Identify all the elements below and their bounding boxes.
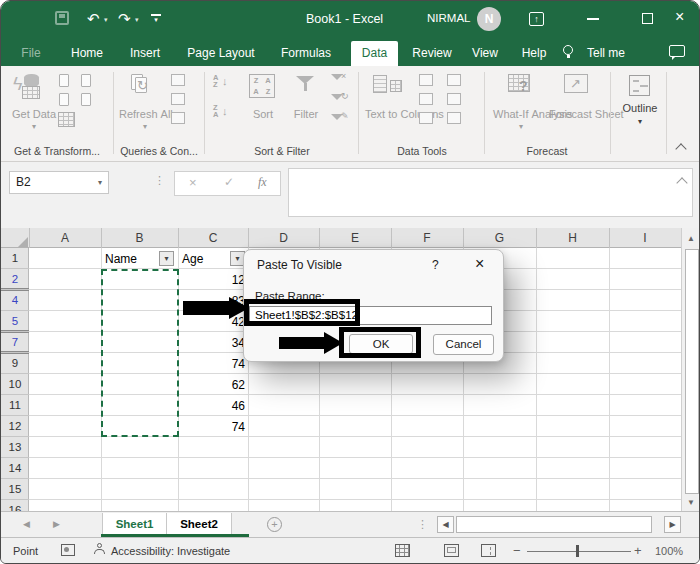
normal-view-icon[interactable] — [395, 544, 410, 557]
zoom-out-icon[interactable]: − — [513, 543, 521, 558]
col-header-a[interactable]: A — [29, 228, 101, 248]
name-filter-button[interactable]: ▾ — [159, 251, 174, 266]
scroll-down-icon[interactable]: ▼ — [682, 494, 700, 511]
row-header-7[interactable]: 7 — [1, 332, 29, 353]
group-data-tools[interactable]: Data Tools — [361, 145, 483, 157]
remove-duplicates-icon[interactable] — [419, 93, 433, 105]
relationships-icon[interactable] — [447, 93, 461, 105]
insert-function-icon[interactable]: fx — [258, 175, 267, 190]
text-to-columns-button[interactable]: Text to Columns — [367, 72, 413, 140]
zoom-slider-handle[interactable] — [576, 545, 579, 557]
what-if-analysis-button[interactable]: ? What-If Analysis ▾ — [495, 72, 547, 140]
cell-c9[interactable]: 74 — [178, 357, 245, 371]
save-icon[interactable] — [55, 11, 69, 25]
zoom-level[interactable]: 100% — [655, 545, 683, 557]
tab-help[interactable]: Help — [515, 43, 553, 66]
data-validation-icon[interactable] — [419, 112, 433, 124]
row-header-13[interactable]: 13 — [1, 437, 29, 458]
accessibility-icon[interactable] — [92, 543, 106, 557]
col-header-f[interactable]: F — [391, 228, 463, 248]
zoom-in-icon[interactable]: + — [634, 543, 642, 558]
dialog-close-icon[interactable]: × — [475, 255, 484, 273]
col-header-e[interactable]: E — [319, 228, 391, 248]
edit-links-icon[interactable] — [171, 112, 185, 124]
tab-scrollbar-splitter-icon[interactable]: ⋮ — [417, 518, 428, 531]
row-header-2[interactable]: 2 — [1, 269, 29, 290]
cell-c1-age[interactable]: Age — [182, 252, 203, 266]
row-header-15[interactable]: 15 — [1, 479, 29, 500]
col-header-g[interactable]: G — [463, 228, 536, 248]
group-get-transform[interactable]: Get & Transform... — [5, 145, 109, 157]
accessibility-status[interactable]: Accessibility: Investigate — [111, 545, 230, 557]
collapse-ribbon-icon[interactable] — [677, 142, 687, 152]
cell-c12[interactable]: 74 — [178, 420, 245, 434]
manage-data-model-icon[interactable] — [447, 112, 461, 124]
page-break-view-icon[interactable] — [481, 544, 496, 557]
cancel-formula-icon[interactable]: × — [189, 175, 197, 190]
comment-icon[interactable] — [669, 45, 685, 57]
tab-review[interactable]: Review — [407, 43, 457, 66]
cell-c10[interactable]: 62 — [178, 378, 245, 392]
row-header-5[interactable]: 5 — [1, 311, 29, 332]
horizontal-scrollbar-thumb[interactable] — [456, 516, 652, 533]
formula-input[interactable] — [288, 168, 693, 217]
col-header-c[interactable]: C — [178, 228, 248, 248]
advanced-filter-icon[interactable]: ✎ — [331, 114, 349, 128]
name-box-resizer-icon[interactable]: ⋮ — [154, 174, 165, 187]
dialog-help-icon[interactable]: ? — [432, 258, 439, 272]
row-header-11[interactable]: 11 — [1, 395, 29, 416]
row-header-10[interactable]: 10 — [1, 374, 29, 395]
name-box[interactable]: B2 ▾ — [9, 171, 109, 194]
from-web-icon[interactable] — [59, 93, 69, 106]
ribbon-display-options-icon[interactable]: ↑ — [529, 12, 544, 26]
tab-page-layout[interactable]: Page Layout — [181, 43, 261, 66]
tab-formulas[interactable]: Formulas — [275, 43, 337, 66]
filter-button[interactable]: Filter — [289, 72, 323, 140]
tab-data[interactable]: Data — [351, 41, 398, 66]
group-queries-connections[interactable]: Queries & Con... — [113, 145, 205, 157]
tab-view[interactable]: View — [466, 43, 504, 66]
queries-connections-icon[interactable] — [171, 74, 185, 86]
tab-file[interactable]: File — [15, 43, 47, 66]
properties-icon[interactable] — [171, 93, 185, 105]
scroll-up-icon[interactable]: ▲ — [682, 230, 700, 247]
page-layout-view-icon[interactable] — [444, 544, 459, 557]
hscroll-right-icon[interactable]: ▶ — [664, 516, 681, 533]
sheet-tab-sheet1[interactable]: Sheet1 — [102, 513, 166, 536]
col-header-i[interactable]: I — [609, 228, 681, 248]
sheet-nav-right-icon[interactable]: ▶ — [53, 519, 60, 529]
cell-b1-name[interactable]: Name — [105, 252, 137, 266]
close-button[interactable]: × — [675, 10, 684, 24]
row-header-14[interactable]: 14 — [1, 458, 29, 479]
refresh-all-button[interactable]: ↻ Refresh All ▾ — [125, 72, 165, 140]
outline-button[interactable]: Outline ▾ — [617, 72, 663, 140]
existing-connections-icon[interactable] — [81, 93, 91, 106]
add-sheet-icon[interactable]: + — [267, 517, 282, 532]
maximize-button[interactable] — [642, 13, 653, 24]
clear-filter-icon[interactable]: × — [331, 74, 349, 88]
macro-record-icon[interactable] — [61, 544, 75, 556]
sheet-nav-left-icon[interactable]: ◀ — [23, 519, 30, 529]
name-box-dropdown-icon[interactable]: ▾ — [98, 172, 102, 193]
vertical-scrollbar-thumb[interactable] — [685, 249, 699, 494]
hscroll-left-icon[interactable]: ◀ — [437, 516, 454, 533]
row-header-9[interactable]: 9 — [1, 353, 29, 374]
sort-za-button[interactable]: ZA ↓ — [213, 104, 233, 124]
reapply-filter-icon[interactable]: ↻ — [331, 94, 349, 108]
cell-c2[interactable]: 12 — [178, 273, 245, 287]
tell-me[interactable]: Tell me — [583, 43, 629, 66]
customize-qat-button[interactable]: ▾ — [151, 14, 161, 23]
consolidate-icon[interactable] — [447, 74, 461, 86]
cancel-button[interactable]: Cancel — [433, 334, 494, 355]
flash-fill-icon[interactable] — [419, 74, 433, 86]
avatar[interactable]: N — [477, 7, 501, 31]
group-forecast[interactable]: Forecast — [487, 145, 607, 157]
group-sort-filter[interactable]: Sort & Filter — [207, 145, 357, 157]
undo-dropdown-icon[interactable]: ▾ — [104, 16, 108, 24]
forecast-sheet-button[interactable]: ↗ Forecast Sheet — [551, 72, 603, 140]
collapse-formula-bar-icon[interactable] — [676, 177, 687, 188]
recent-sources-icon[interactable] — [81, 74, 91, 87]
tab-home[interactable]: Home — [65, 43, 109, 66]
sort-button[interactable]: ZA AZ Sort — [241, 72, 285, 140]
zoom-slider-track[interactable] — [527, 551, 631, 553]
